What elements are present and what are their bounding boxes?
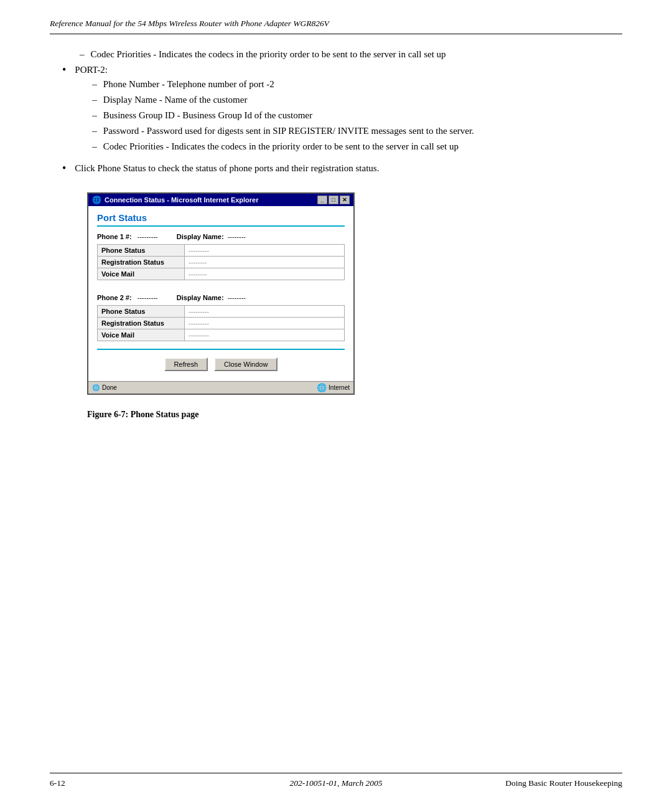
phone1-header-row: Phone 1 #: --------- Display Name: -----… — [97, 233, 345, 240]
dash-icon: – — [92, 110, 97, 121]
phone2-status-value: --------- — [185, 306, 345, 318]
port2-item-5: – Codec Priorities - Indicates the codec… — [92, 141, 610, 152]
dash-icon: – — [80, 49, 85, 60]
phone2-voice-mail-value: --------- — [185, 329, 345, 341]
port-divider — [97, 225, 345, 227]
header-text: Reference Manual for the 54 Mbps Wireles… — [50, 19, 329, 28]
port2-item-2: – Display Name - Name of the customer — [92, 95, 610, 105]
ie-statusbar-right: 🌐 Internet — [317, 383, 350, 392]
footer-rule — [50, 773, 622, 773]
phone1-number-value: --------- — [138, 233, 158, 240]
ie-statusbar-left: 🌐 Done — [92, 384, 117, 391]
port2-item-4-text: Password - Password used for digests sen… — [103, 126, 610, 136]
dash-icon: – — [92, 95, 97, 105]
phone2-display-label: Display Name: — [177, 294, 224, 301]
bullet-dot: • — [62, 64, 66, 77]
intro-dash-text: Codec Priorities - Indicates the codecs … — [91, 49, 610, 60]
phone2-status-table: Phone Status --------- Registration Stat… — [97, 305, 345, 341]
ie-titlebar-controls: _ □ ✕ — [317, 196, 350, 204]
phone-status-text: Click Phone Status to check the status o… — [75, 163, 610, 174]
restore-button[interactable]: □ — [329, 196, 338, 204]
table-row: Voice Mail -------- — [98, 268, 345, 280]
intro-sub-list: – Codec Priorities - Indicates the codec… — [80, 49, 610, 60]
port2-item-1-text: Phone Number - Telephone number of port … — [103, 79, 610, 90]
header-rule — [50, 34, 622, 34]
ie-app-icon: 🌐 — [92, 196, 101, 204]
phone1-label: Phone 1 #: — [97, 233, 132, 240]
port2-item-4: – Password - Password used for digests s… — [92, 126, 610, 136]
phone2-section: Phone 2 #: --------- Display Name: -----… — [97, 294, 345, 341]
ie-window: 🌐 Connection Status - Microsoft Internet… — [87, 192, 355, 395]
close-button[interactable]: ✕ — [340, 196, 350, 204]
phone2-voice-mail-label: Voice Mail — [98, 329, 185, 341]
footer-content: 6-12 202-10051-01, March 2005 Doing Basi… — [50, 778, 622, 788]
content-area: – Codec Priorities - Indicates the codec… — [50, 49, 622, 420]
port2-item-1: – Phone Number - Telephone number of por… — [92, 79, 610, 90]
port2-item-3: – Business Group ID - Business Group Id … — [92, 110, 610, 121]
voice-mail-value: -------- — [185, 268, 345, 280]
figure-caption: Figure 6-7: Phone Status page — [87, 410, 610, 420]
bullet-dot-2: • — [62, 162, 66, 175]
section-gap — [97, 288, 345, 294]
voice-mail-label: Voice Mail — [98, 268, 185, 280]
phone1-section: Phone 1 #: --------- Display Name: -----… — [97, 233, 345, 280]
phone2-number-label: Phone 2 #: --------- — [97, 294, 158, 301]
phone-status-bullet: • Click Phone Status to check the status… — [62, 163, 610, 175]
footer-center: 202-10051-01, March 2005 — [289, 778, 382, 788]
ie-title-text: Connection Status - Microsoft Internet E… — [105, 196, 259, 204]
ie-titlebar-left: 🌐 Connection Status - Microsoft Internet… — [92, 196, 259, 204]
port2-item-5-text: Codec Priorities - Indicates the codecs … — [103, 141, 610, 152]
ie-statusbar: 🌐 Done 🌐 Internet — [88, 381, 353, 394]
phone2-display-name: Display Name: -------- — [177, 294, 246, 301]
port2-sub-list: – Phone Number - Telephone number of por… — [92, 79, 610, 152]
phone1-display-name: Display Name: -------- — [177, 233, 246, 240]
intro-dash-item: – Codec Priorities - Indicates the codec… — [80, 49, 610, 60]
phone-status-value: --------- — [185, 245, 345, 257]
port2-item-2-text: Display Name - Name of the customer — [103, 95, 610, 105]
ie-content: Port Status Phone 1 #: --------- Display… — [88, 206, 353, 381]
port2-item-3-text: Business Group ID - Business Group Id of… — [103, 110, 610, 121]
ie-internet-icon: 🌐 — [317, 383, 327, 392]
phone2-header-row: Phone 2 #: --------- Display Name: -----… — [97, 294, 345, 301]
ie-statusbar-internet: Internet — [329, 384, 350, 391]
page-container: Reference Manual for the 54 Mbps Wireles… — [0, 0, 672, 457]
phone2-label: Phone 2 #: — [97, 294, 132, 301]
phone1-number-label: Phone 1 #: --------- — [97, 233, 158, 240]
section-divider2 — [97, 349, 345, 350]
table-row: Registration Status -------- — [98, 257, 345, 268]
phone2-status-label: Phone Status — [98, 306, 185, 318]
phone-status-label: Phone Status — [98, 245, 185, 257]
buttons-row: Refresh Close Window — [97, 357, 345, 371]
ie-globe-icon: 🌐 — [92, 384, 100, 391]
phone1-display-value: -------- — [228, 233, 246, 240]
dash-icon: – — [92, 126, 97, 136]
footer-left: 6-12 — [50, 778, 65, 788]
registration-status-value: -------- — [185, 257, 345, 268]
minimize-button[interactable]: _ — [317, 196, 327, 204]
page-header: Reference Manual for the 54 Mbps Wireles… — [50, 19, 622, 29]
registration-status-label: Registration Status — [98, 257, 185, 268]
refresh-button[interactable]: Refresh — [164, 357, 208, 371]
phone1-display-label: Display Name: — [177, 233, 224, 240]
phone2-display-value: -------- — [228, 294, 246, 301]
phone2-registration-value: --------- — [185, 318, 345, 329]
footer: 6-12 202-10051-01, March 2005 Doing Basi… — [50, 773, 622, 788]
table-row: Voice Mail --------- — [98, 329, 345, 341]
close-window-button[interactable]: Close Window — [214, 357, 278, 371]
ie-statusbar-done: Done — [102, 384, 117, 391]
phone2-number-value: --------- — [138, 294, 158, 301]
dash-icon: – — [92, 79, 97, 90]
ie-titlebar: 🌐 Connection Status - Microsoft Internet… — [88, 194, 353, 206]
table-row: Registration Status --------- — [98, 318, 345, 329]
port-status-heading: Port Status — [97, 212, 345, 223]
table-row: Phone Status --------- — [98, 245, 345, 257]
port2-bullet: • PORT-2: – Phone Number - Telephone num… — [62, 65, 610, 157]
port2-label: PORT-2: — [75, 65, 108, 75]
dash-icon: – — [92, 141, 97, 152]
phone2-registration-label: Registration Status — [98, 318, 185, 329]
port2-content: PORT-2: – Phone Number - Telephone numbe… — [75, 65, 610, 157]
screenshot-wrapper: 🌐 Connection Status - Microsoft Internet… — [87, 192, 355, 395]
table-row: Phone Status --------- — [98, 306, 345, 318]
footer-right: Doing Basic Router Housekeeping — [505, 778, 622, 788]
phone1-status-table: Phone Status --------- Registration Stat… — [97, 244, 345, 280]
